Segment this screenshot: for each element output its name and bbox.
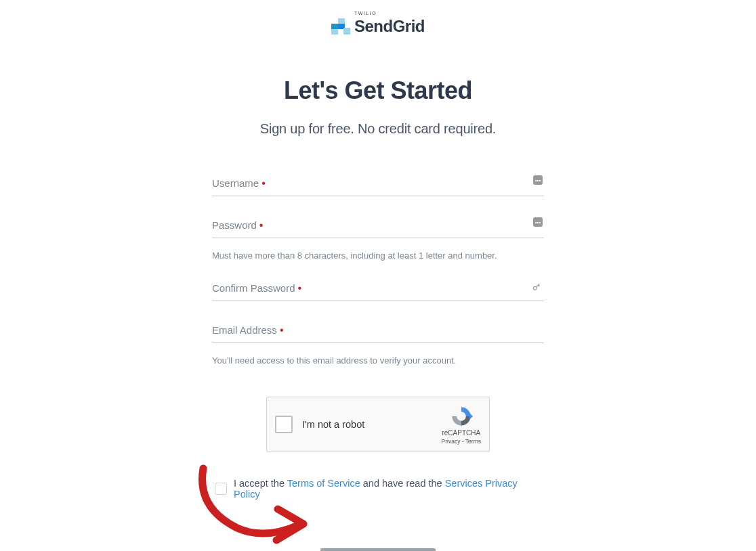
tos-row: I accept the Terms of Service and have r…: [212, 478, 544, 500]
password-hint: Must have more than 8 characters, includ…: [212, 250, 544, 261]
signup-page: TWILIO SendGrid Let's Get Started Sign u…: [0, 0, 756, 551]
svg-rect-3: [343, 28, 350, 35]
confirm-password-field-group: Confirm Password•: [212, 278, 544, 301]
confirm-password-input[interactable]: [212, 278, 544, 301]
username-input[interactable]: [212, 173, 544, 196]
create-account-button[interactable]: Create Account: [320, 548, 436, 551]
password-manager-icon[interactable]: •••: [533, 175, 543, 185]
recaptcha-links[interactable]: Privacy - Terms: [442, 438, 481, 445]
password-manager-icon[interactable]: •••: [533, 217, 543, 227]
recaptcha-label: I'm not a robot: [302, 419, 442, 430]
submit-row: Create Account: [212, 548, 544, 551]
recaptcha-brand: reCAPTCHA Privacy - Terms: [442, 405, 481, 445]
logo-brand-small: TWILIO: [354, 11, 377, 16]
tos-text: I accept the Terms of Service and have r…: [234, 478, 544, 500]
password-input[interactable]: [212, 215, 544, 238]
recaptcha-logo-icon: [450, 405, 473, 428]
email-hint: You'll need access to this email address…: [212, 355, 544, 366]
email-field-group: Email Address•: [212, 320, 544, 343]
logo-brand-main: SendGrid: [354, 17, 425, 36]
email-input[interactable]: [212, 320, 544, 343]
recaptcha-container: I'm not a robot reCAPTCHA Privacy - Term…: [212, 397, 544, 452]
recaptcha-widget: I'm not a robot reCAPTCHA Privacy - Term…: [266, 397, 490, 452]
logo: TWILIO SendGrid: [331, 11, 425, 36]
page-heading: Let's Get Started: [284, 76, 472, 105]
recaptcha-brand-text: reCAPTCHA: [442, 429, 480, 437]
recaptcha-checkbox[interactable]: [275, 416, 293, 433]
svg-rect-4: [331, 29, 338, 35]
terms-of-service-link[interactable]: Terms of Service: [287, 478, 360, 489]
username-field-group: Username• •••: [212, 173, 544, 196]
tos-checkbox[interactable]: [215, 483, 227, 495]
password-field-group: Password• •••: [212, 215, 544, 238]
svg-marker-6: [469, 412, 473, 419]
sendgrid-logo-icon: [331, 18, 350, 35]
signup-form: Username• ••• Password• ••• Must have mo…: [212, 173, 544, 551]
page-subheading: Sign up for free. No credit card require…: [260, 121, 496, 137]
key-icon: [532, 282, 541, 292]
